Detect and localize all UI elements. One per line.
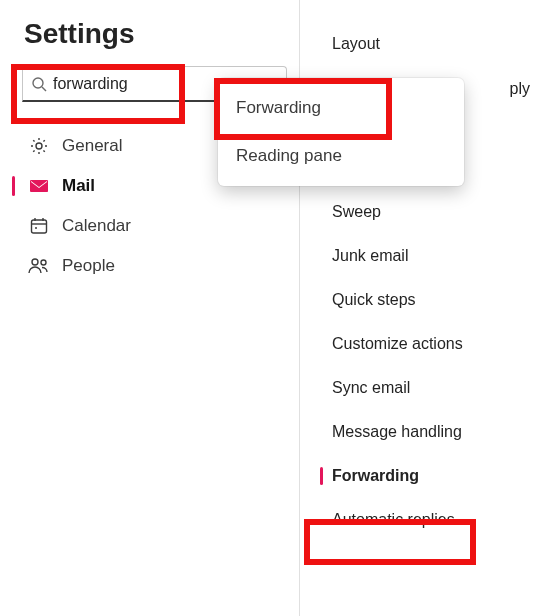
gear-icon	[28, 136, 50, 156]
partial-text: ply	[510, 80, 530, 98]
sidebar-item-label: Calendar	[62, 216, 131, 236]
list-item-quick-steps[interactable]: Quick steps	[300, 278, 540, 322]
svg-point-2	[36, 143, 42, 149]
svg-point-9	[41, 260, 46, 265]
svg-point-0	[33, 78, 43, 88]
search-icon	[31, 76, 47, 92]
calendar-icon	[28, 216, 50, 236]
list-item-forwarding[interactable]: Forwarding	[300, 454, 540, 498]
list-item-message-handling[interactable]: Message handling	[300, 410, 540, 454]
list-item-layout[interactable]: Layout	[300, 22, 540, 66]
list-item-sync-email[interactable]: Sync email	[300, 366, 540, 410]
mail-icon	[28, 178, 50, 194]
sidebar-item-people[interactable]: People	[0, 246, 299, 286]
suggestion-reading-pane[interactable]: Reading pane	[218, 132, 464, 180]
sidebar-item-label: Mail	[62, 176, 95, 196]
list-item-sweep[interactable]: Sweep	[300, 190, 540, 234]
people-icon	[28, 257, 50, 275]
svg-point-7	[35, 227, 37, 229]
svg-point-8	[32, 259, 38, 265]
list-item-automatic-replies[interactable]: Automatic replies	[300, 498, 540, 542]
search-suggestions-dropdown: Forwarding Reading pane	[218, 78, 464, 186]
suggestion-forwarding[interactable]: Forwarding	[218, 84, 464, 132]
svg-rect-3	[32, 220, 47, 233]
list-item-customize-actions[interactable]: Customize actions	[300, 322, 540, 366]
page-title: Settings	[0, 18, 299, 66]
sidebar-item-label: People	[62, 256, 115, 276]
svg-line-1	[42, 87, 46, 91]
sidebar-item-label: General	[62, 136, 122, 156]
list-item-junk-email[interactable]: Junk email	[300, 234, 540, 278]
sidebar-item-calendar[interactable]: Calendar	[0, 206, 299, 246]
